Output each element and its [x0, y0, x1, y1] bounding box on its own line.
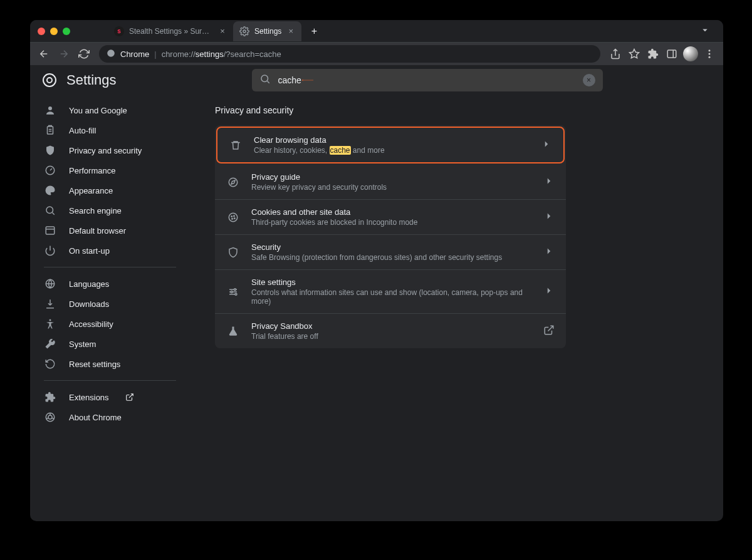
compass-icon [226, 177, 240, 188]
svg-point-13 [50, 319, 51, 321]
settings-card: Clear browsing dataClear history, cookie… [215, 125, 566, 348]
sidebar-item-reset-settings[interactable]: Reset settings [30, 354, 190, 374]
sidebar-item-search-engine[interactable]: Search engine [30, 200, 190, 220]
row-text: Site settingsControls what information s… [251, 277, 532, 306]
tabs-dropdown-button[interactable] [694, 22, 716, 40]
sidebar-item-label: System [69, 340, 96, 349]
chevron-right-icon [541, 138, 552, 152]
sidebar-item-auto-fill[interactable]: Auto-fill [30, 120, 190, 140]
settings-row-site-settings[interactable]: Site settingsControls what information s… [215, 270, 566, 314]
chrome-logo-icon [43, 73, 56, 87]
svg-point-24 [235, 293, 237, 295]
svg-point-17 [229, 213, 238, 222]
sidebar-item-system[interactable]: System [30, 334, 190, 354]
tab-label: Settings [254, 27, 281, 36]
profile-avatar[interactable] [682, 45, 699, 63]
row-title: Clear browsing data [254, 135, 530, 145]
section-title: Privacy and security [215, 105, 698, 115]
reload-button[interactable] [75, 45, 93, 63]
new-tab-button[interactable]: + [305, 23, 323, 40]
sidepanel-button[interactable] [663, 45, 681, 63]
sidebar-item-languages[interactable]: Languages [30, 274, 190, 294]
clipboard-icon [44, 125, 56, 136]
settings-row-security[interactable]: SecuritySafe Browsing (protection from d… [215, 235, 566, 270]
sidebar-item-performance[interactable]: Performance [30, 160, 190, 180]
favicon-icon: s [114, 26, 124, 36]
tab-stealth[interactable]: s Stealth Settings » Sursa de tut × [108, 21, 233, 41]
window-close-button[interactable] [38, 28, 45, 35]
sidebar-item-label: Performance [69, 166, 115, 175]
address-bar[interactable]: Chrome | chrome://settings/?search=cache [99, 45, 600, 63]
row-subtitle: Clear history, cookies, cache and more [254, 146, 530, 155]
chevron-right-icon [543, 285, 555, 298]
sidebar-item-about-chrome[interactable]: About Chrome [30, 407, 190, 427]
sidebar-item-label: Appearance [69, 186, 113, 195]
open-external-icon [125, 393, 134, 402]
bookmark-button[interactable] [625, 45, 643, 63]
settings-header: Settings × [30, 65, 723, 95]
sidebar-item-label: Privacy and security [69, 146, 142, 155]
sidebar-item-accessibility[interactable]: Accessibility [30, 314, 190, 334]
tab-close-button[interactable]: × [218, 27, 227, 36]
divider [44, 267, 176, 267]
sidebar-item-label: Extensions [69, 393, 109, 402]
sliders-icon [226, 286, 240, 298]
back-button[interactable] [35, 45, 53, 63]
wrench-icon [44, 338, 56, 350]
page-title: Settings [66, 72, 117, 88]
row-subtitle: Review key privacy and security controls [251, 183, 532, 192]
svg-rect-8 [48, 127, 53, 134]
window-minimize-button[interactable] [50, 28, 58, 35]
sidebar-item-appearance[interactable]: Appearance [30, 180, 190, 200]
row-title: Privacy guide [251, 172, 532, 182]
gear-icon [239, 26, 249, 36]
search-icon [259, 73, 271, 87]
row-title: Privacy Sandbox [251, 321, 532, 331]
sidebar-item-label: Auto-fill [69, 126, 96, 135]
sidebar-item-label: Languages [69, 279, 109, 289]
main: Privacy and security Clear browsing data… [190, 95, 723, 521]
svg-point-6 [261, 75, 268, 82]
sidebar-item-you-and-google[interactable]: You and Google [30, 100, 190, 120]
sidebar-item-label: On start-up [69, 246, 110, 256]
sidebar-item-downloads[interactable]: Downloads [30, 294, 190, 314]
sidebar-item-label: About Chrome [69, 413, 122, 422]
extensions-button[interactable] [644, 45, 662, 63]
svg-point-16 [229, 178, 238, 187]
reset-icon [44, 358, 56, 370]
puzzle-icon [44, 391, 56, 403]
share-button[interactable] [607, 45, 624, 63]
tab-settings[interactable]: Settings × [233, 21, 301, 41]
cookie-icon [226, 212, 240, 223]
site-info-icon[interactable] [107, 49, 115, 60]
settings-row-privacy-sandbox[interactable]: Privacy SandboxTrial features are off [215, 314, 566, 348]
clear-search-button[interactable]: × [583, 74, 595, 86]
user-icon [44, 105, 56, 116]
sidebar-item-extensions[interactable]: Extensions [30, 387, 190, 407]
sidebar-item-label: Accessibility [69, 319, 113, 329]
settings-search[interactable]: × [252, 69, 603, 91]
svg-point-23 [231, 291, 232, 293]
omnibox-scheme: Chrome [120, 49, 149, 59]
power-icon [44, 245, 56, 256]
svg-point-5 [709, 56, 711, 58]
settings-row-cookies-and-other-site-data[interactable]: Cookies and other site dataThird-party c… [215, 200, 566, 235]
sidebar-item-privacy-and-security[interactable]: Privacy and security [30, 140, 190, 160]
settings-row-privacy-guide[interactable]: Privacy guideReview key privacy and secu… [215, 165, 566, 200]
chevron-right-icon [543, 246, 555, 259]
flask-icon [226, 326, 240, 337]
tab-close-button[interactable]: × [286, 27, 295, 36]
settings-row-clear-browsing-data[interactable]: Clear browsing dataClear history, cookie… [216, 127, 565, 163]
sidebar-item-on-start-up[interactable]: On start-up [30, 241, 190, 261]
svg-point-7 [48, 106, 52, 110]
window-maximize-button[interactable] [63, 28, 70, 35]
row-text: SecuritySafe Browsing (protection from d… [251, 242, 532, 262]
search-icon [44, 205, 56, 216]
forward-button[interactable] [55, 45, 73, 63]
menu-button[interactable] [701, 45, 718, 63]
svg-point-15 [48, 415, 52, 419]
sidebar-item-default-browser[interactable]: Default browser [30, 220, 190, 241]
row-text: Clear browsing dataClear history, cookie… [254, 135, 530, 155]
row-title: Cookies and other site data [251, 207, 532, 217]
search-input[interactable] [278, 75, 575, 85]
